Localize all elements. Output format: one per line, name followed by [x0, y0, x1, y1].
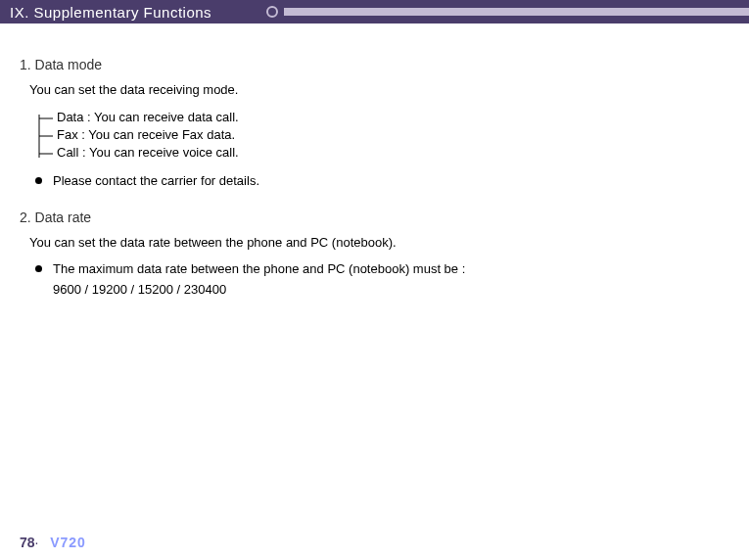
- page-dot: ·: [35, 535, 39, 550]
- section1-options: Data : You can receive data call. Fax : …: [35, 109, 729, 162]
- section1-bullet-text: Please contact the carrier for details.: [53, 173, 259, 188]
- section-data-rate: 2. Data rate You can set the data rate b…: [20, 210, 729, 297]
- header-bar: IX. Supplementary Functions: [0, 0, 749, 23]
- model-label: V720: [50, 535, 86, 550]
- header-line-decoration: [284, 8, 749, 16]
- header-dot-icon: [266, 6, 278, 18]
- section2-bullet-text: The maximum data rate between the phone …: [53, 261, 465, 276]
- header-title: IX. Supplementary Functions: [0, 4, 211, 21]
- section-data-mode: 1. Data mode You can set the data receiv…: [20, 57, 729, 188]
- bullet-icon: [35, 265, 42, 272]
- section1-title: 1. Data mode: [20, 57, 729, 72]
- section2-desc: You can set the data rate between the ph…: [29, 235, 729, 250]
- section2-title: 2. Data rate: [20, 210, 729, 225]
- section1-desc: You can set the data receiving mode.: [29, 82, 729, 97]
- page-number: 78: [20, 535, 35, 550]
- main-content: 1. Data mode You can set the data receiv…: [0, 23, 749, 297]
- option-fax: Fax : You can receive Fax data.: [35, 126, 729, 144]
- option-data: Data : You can receive data call.: [35, 109, 729, 126]
- section2-bullet-sub: 9600 / 19200 / 15200 / 230400: [53, 282, 729, 297]
- option-call: Call : You can receive voice call.: [35, 144, 729, 162]
- section2-bullet: The maximum data rate between the phone …: [35, 261, 729, 276]
- bullet-icon: [35, 177, 42, 184]
- footer: 78· V720: [20, 535, 86, 550]
- section1-bullet: Please contact the carrier for details.: [35, 173, 729, 188]
